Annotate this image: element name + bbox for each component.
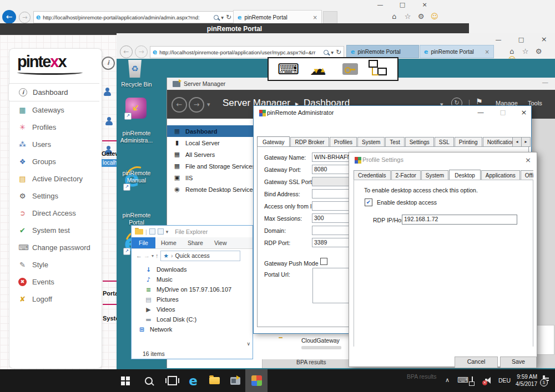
sidebar-item-events[interactable]: ✖ Events — [12, 273, 99, 291]
b2-tab-pinremote-portal-1[interactable]: e pinRemote Portal — [346, 45, 419, 58]
explorer-nav-mydrive[interactable]: ≡ MyDrive on 157.97.106.107 — [132, 284, 253, 294]
fx-address-bar[interactable]: ★ › Quick access — [160, 251, 240, 261]
maximize-icon[interactable]: □ — [397, 1, 408, 9]
sidebar-item-active-directory[interactable]: ▤ Active Directory — [12, 170, 99, 187]
admin-tab-notification[interactable]: Notification — [483, 137, 512, 147]
tray-language[interactable]: DEU — [498, 377, 511, 384]
ps-tab-desktop[interactable]: Desktop — [449, 170, 481, 180]
b1-tab-pinremote-portal[interactable]: e pinRemote Portal × — [233, 10, 322, 24]
sidebar-item-style[interactable]: ✎ Style — [12, 256, 99, 273]
home-icon[interactable]: ⌂ — [506, 47, 518, 55]
qat-properties-icon[interactable] — [149, 228, 155, 235]
tray-keyboard-icon[interactable]: ⌨ — [457, 375, 468, 384]
pinremote-admin-button[interactable] — [245, 369, 268, 392]
sidebar-item-gateways[interactable]: ▦ Gateways — [12, 101, 99, 119]
minimize-icon[interactable]: — — [375, 1, 386, 9]
sidebar-item-dashboard[interactable]: i Dashboard — [8, 83, 99, 101]
forward-icon[interactable]: → — [144, 252, 150, 259]
pinremote-administrator-icon[interactable]: ➜ ↗ — [125, 98, 147, 119]
up-icon[interactable]: ↑ — [155, 252, 159, 259]
gear-icon[interactable]: ⚙ — [415, 12, 427, 21]
fx-tab-file[interactable]: File — [132, 237, 155, 248]
admin-tab-system[interactable]: System — [357, 137, 385, 147]
minimize-icon[interactable]: — — [542, 79, 548, 85]
ps-tab-2factor[interactable]: 2-Factor — [391, 170, 421, 180]
forward-icon[interactable]: → — [19, 12, 31, 23]
maximize-icon[interactable]: □ — [497, 109, 509, 116]
admin-tab-test[interactable]: Test — [385, 137, 404, 147]
admin-tab-profiles[interactable]: Profiles — [330, 137, 357, 147]
pinremote-portal-label[interactable]: pinRemote Portal — [117, 212, 157, 226]
recycle-bin-icon[interactable]: ♻ — [128, 60, 142, 78]
b2-url-bar[interactable]: e http://localhost/pinremote-portal/appl… — [150, 46, 344, 58]
back-icon[interactable]: ← — [171, 97, 187, 113]
b1-url-bar[interactable]: e http://localhost/pinremote-portal/appl… — [33, 11, 234, 23]
push-mode-checkbox[interactable] — [320, 258, 327, 265]
save-button[interactable]: Save — [500, 357, 537, 368]
sidebar-item-groups[interactable]: ❖ Groups — [12, 153, 99, 170]
fx-file-cloudgateway[interactable]: CloudGateway — [301, 337, 340, 344]
cancel-button[interactable]: Cancel — [455, 357, 498, 368]
tab-close-icon[interactable]: × — [485, 49, 490, 55]
admin-tab-gateway[interactable]: Gateway — [257, 136, 290, 147]
sidebar-item-direct-access[interactable]: ➲ Direct Access — [12, 205, 99, 222]
action-center-icon[interactable]: 1 — [543, 375, 545, 384]
ps-tab-office[interactable]: Office — [521, 170, 533, 180]
sm-nav-iis[interactable]: ▣ IIS — [167, 172, 262, 184]
fx-tab-share[interactable]: Share — [182, 240, 209, 246]
close-icon[interactable]: × — [419, 1, 430, 9]
notifications-flag-icon[interactable]: ⚑ — [476, 97, 483, 106]
explorer-nav-downloads[interactable]: ↓ Downloads — [132, 264, 253, 274]
back-icon[interactable]: ← — [136, 252, 142, 259]
sidebar-item-change-password[interactable]: ⌨ Change password — [12, 239, 99, 256]
sm-nav-local-server[interactable]: ▮ Local Server — [167, 137, 262, 149]
close-icon[interactable]: × — [518, 108, 530, 116]
ps-tab-system[interactable]: System — [421, 170, 448, 180]
start-button[interactable] — [114, 369, 137, 392]
search-button[interactable] — [138, 369, 160, 392]
fx-tab-view[interactable]: View — [209, 240, 233, 246]
b2-tab-pinremote-portal-2[interactable]: e pinRemote Portal × — [420, 45, 494, 58]
rdp-host-input[interactable]: 192.168.1.72 — [402, 215, 517, 225]
favorites-star-icon[interactable]: ☆ — [402, 12, 413, 21]
chevron-down-icon[interactable]: ▾ — [152, 253, 154, 258]
refresh-icon[interactable]: ↻ — [226, 13, 231, 21]
admin-tab-rdp-broker[interactable]: RDP Broker — [290, 137, 329, 147]
sidebar-item-users[interactable]: ⁂ Users — [12, 136, 99, 153]
chevron-down-icon[interactable]: ▾ — [331, 49, 334, 55]
chevron-down-icon[interactable]: ▾ — [207, 101, 210, 108]
b1-new-tab-button[interactable] — [323, 11, 337, 24]
task-view-button[interactable] — [161, 369, 183, 392]
explorer-nav-network[interactable]: ⊞ Network — [132, 324, 253, 334]
refresh-icon[interactable]: ↻ — [336, 48, 341, 56]
explorer-nav-pictures[interactable]: ▤ Pictures — [132, 294, 253, 304]
scroll-down-icon[interactable]: ∨ — [246, 341, 250, 347]
admin-tab-ssl[interactable]: SSL — [435, 137, 454, 147]
gateway-selected-item[interactable]: localhost — [102, 159, 118, 167]
close-icon[interactable]: × — [525, 156, 531, 164]
tray-clock[interactable]: 9:59 AM 4/5/2017 — [513, 373, 537, 388]
pinremote-administrator-label[interactable]: pinRemote Administra... — [117, 130, 157, 144]
forward-icon[interactable]: → — [135, 45, 148, 58]
chevron-down-icon[interactable]: ▾ — [221, 14, 224, 21]
explorer-nav-local-disk[interactable]: ▬ Local Disk (C:) — [132, 314, 253, 324]
chevron-down-icon[interactable]: ▾ — [166, 229, 169, 235]
enable-desktop-checkbox[interactable]: ✔ — [365, 198, 372, 206]
tab-scroll-right-icon[interactable]: ▸ — [521, 137, 531, 147]
admin-tab-settings[interactable]: Settings — [405, 137, 434, 147]
sidebar-item-logoff[interactable]: ✘ Logoff — [12, 291, 99, 308]
favorites-star-icon[interactable]: ☆ — [519, 47, 531, 55]
minimize-icon[interactable]: — — [475, 109, 487, 115]
ps-tab-credentials[interactable]: Credentials — [354, 170, 391, 180]
search-icon[interactable] — [324, 50, 329, 55]
tray-network-icon[interactable] — [472, 376, 473, 384]
qat-newfolder-icon[interactable] — [158, 228, 164, 235]
close-icon[interactable]: × — [538, 35, 549, 43]
file-explorer-button[interactable] — [203, 369, 225, 392]
edge-button[interactable]: e — [182, 369, 204, 392]
forward-icon[interactable]: → — [189, 97, 204, 113]
home-icon[interactable]: ⌂ — [389, 12, 400, 21]
minimize-icon[interactable]: — — [493, 36, 504, 44]
recycle-bin-label[interactable]: Recycle Bin — [117, 81, 157, 88]
fx-tab-home[interactable]: Home — [155, 240, 182, 246]
